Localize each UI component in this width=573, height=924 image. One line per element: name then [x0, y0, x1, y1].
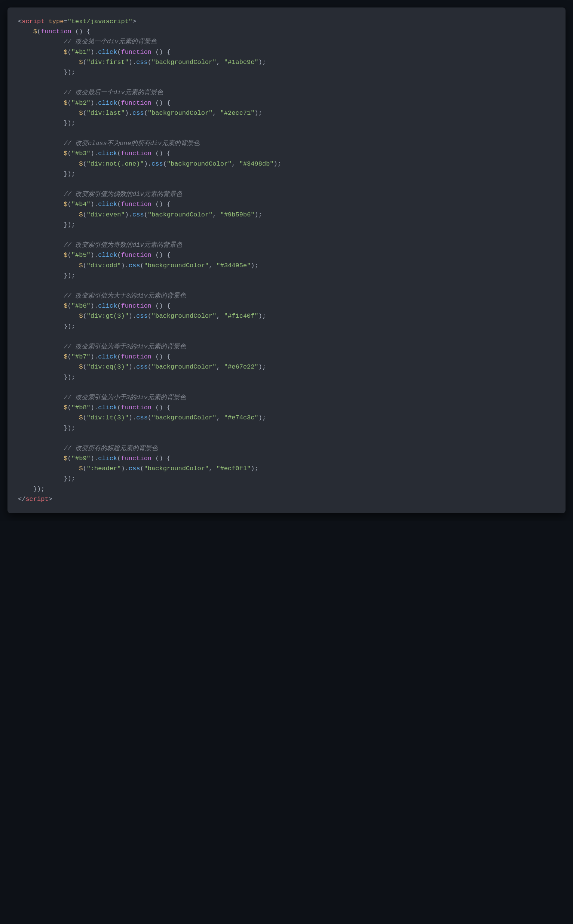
code-line: $("#b3").click(function () {: [18, 148, 555, 159]
code-line: });: [18, 423, 555, 433]
code-line: // 改变索引值为等于3的div元素的背景色: [18, 342, 555, 352]
code-line: // 改变所有的标题元素的背景色: [18, 443, 555, 453]
code-line: $("div:gt(3)").css("backgroundColor", "#…: [18, 311, 555, 321]
code-line: // 改变索引值为小于3的div元素的背景色: [18, 392, 555, 403]
code-line: [18, 433, 555, 443]
code-line: $("#b9").click(function () {: [18, 453, 555, 464]
code-line: $("#b6").click(function () {: [18, 301, 555, 311]
code-line: $("#b1").click(function () {: [18, 47, 555, 57]
code-line: [18, 230, 555, 240]
code-line: });: [18, 220, 555, 230]
code-line: $("#b2").click(function () {: [18, 98, 555, 108]
code-line: $(function () {: [18, 27, 555, 37]
code-line: [18, 281, 555, 291]
code-line: // 改变最后一个div元素的背景色: [18, 87, 555, 98]
code-line: });: [18, 169, 555, 179]
code-line: $("div:odd").css("backgroundColor", "#34…: [18, 261, 555, 271]
code-line: [18, 77, 555, 87]
code-line: // 改变class不为one的所有div元素的背景色: [18, 138, 555, 148]
code-line: $("div:lt(3)").css("backgroundColor", "#…: [18, 413, 555, 423]
code-line: // 改变索引值为偶数的div元素的背景色: [18, 189, 555, 199]
code-line: // 改变索引值为大于3的div元素的背景色: [18, 291, 555, 301]
code-line: $("#b4").click(function () {: [18, 199, 555, 209]
code-line: $("#b8").click(function () {: [18, 403, 555, 413]
code-line: $("#b7").click(function () {: [18, 352, 555, 362]
code-block: <script type="text/javascript">$(functio…: [8, 8, 565, 513]
code-line: <script type="text/javascript">: [18, 16, 555, 27]
code-line: });: [18, 484, 555, 494]
code-line: });: [18, 322, 555, 332]
code-line: [18, 332, 555, 342]
code-line: });: [18, 271, 555, 281]
code-line: [18, 128, 555, 138]
code-line: });: [18, 372, 555, 382]
code-line: $("div:last").css("backgroundColor", "#2…: [18, 108, 555, 118]
code-line: $("div:first").css("backgroundColor", "#…: [18, 57, 555, 67]
code-line: $(":header").css("backgroundColor", "#ec…: [18, 464, 555, 474]
code-line: });: [18, 118, 555, 128]
code-line: // 改变索引值为奇数的div元素的背景色: [18, 240, 555, 250]
code-line: </script>: [18, 494, 555, 504]
code-line: $("div:even").css("backgroundColor", "#9…: [18, 210, 555, 220]
code-line: [18, 382, 555, 392]
code-line: // 改变第一个div元素的背景色: [18, 37, 555, 47]
code-line: });: [18, 67, 555, 77]
code-line: [18, 179, 555, 189]
code-line: $("div:eq(3)").css("backgroundColor", "#…: [18, 362, 555, 372]
code-line: });: [18, 474, 555, 484]
code-line: $("div:not(.one)").css("backgroundColor"…: [18, 159, 555, 169]
code-line: $("#b5").click(function () {: [18, 250, 555, 260]
